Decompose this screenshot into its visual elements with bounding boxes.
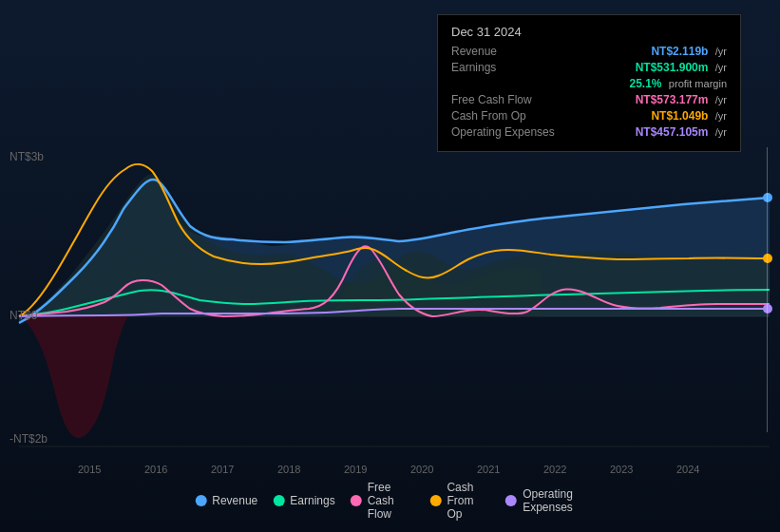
tooltip-value-cfo: NT$1.049b /yr xyxy=(651,109,727,123)
legend-label-earnings: Earnings xyxy=(290,494,334,507)
tooltip-row-cfo: Cash From Op NT$1.049b /yr xyxy=(451,109,727,123)
tooltip-row-earnings: Earnings NT$531.900m /yr xyxy=(451,61,727,74)
legend-dot-cfo xyxy=(429,495,441,506)
legend-dot-earnings xyxy=(273,495,284,506)
tooltip-value-fcf: NT$573.177m /yr xyxy=(636,93,727,106)
svg-point-2 xyxy=(763,193,772,202)
x-label-2019: 2019 xyxy=(344,464,367,475)
tooltip-box: Dec 31 2024 Revenue NT$2.119b /yr Earnin… xyxy=(437,14,741,152)
y-label-bot: -NT$2b xyxy=(10,432,48,446)
y-label-top: NT$3b xyxy=(10,150,44,163)
tooltip-label-revenue: Revenue xyxy=(451,45,497,58)
legend-item-earnings[interactable]: Earnings xyxy=(273,494,334,507)
legend-dot-fcf xyxy=(351,495,362,506)
legend-item-revenue[interactable]: Revenue xyxy=(195,494,257,507)
x-label-2021: 2021 xyxy=(477,464,500,475)
x-label-2024: 2024 xyxy=(676,464,699,475)
tooltip-value-margin: 25.1% profit margin xyxy=(630,77,728,90)
tooltip-label-fcf: Free Cash Flow xyxy=(451,93,532,106)
x-label-2016: 2016 xyxy=(144,464,167,475)
legend: Revenue Earnings Free Cash Flow Cash Fro… xyxy=(195,481,585,521)
legend-label-revenue: Revenue xyxy=(212,494,257,507)
x-label-2015: 2015 xyxy=(78,464,101,475)
legend-dot-opex xyxy=(505,495,517,506)
x-label-2020: 2020 xyxy=(410,464,433,475)
legend-item-opex[interactable]: Operating Expenses xyxy=(505,487,585,514)
legend-dot-revenue xyxy=(195,495,206,506)
legend-label-fcf: Free Cash Flow xyxy=(368,481,415,521)
tooltip-row-fcf: Free Cash Flow NT$573.177m /yr xyxy=(451,93,727,106)
tooltip-date: Dec 31 2024 xyxy=(451,25,727,39)
x-label-2022: 2022 xyxy=(543,464,566,475)
legend-item-fcf[interactable]: Free Cash Flow xyxy=(351,481,415,521)
tooltip-value-opex: NT$457.105m /yr xyxy=(636,125,727,139)
tooltip-label-opex: Operating Expenses xyxy=(451,125,555,139)
cursor-line xyxy=(767,147,768,432)
tooltip-row-margin: 25.1% profit margin xyxy=(451,77,727,90)
chart-container: NT$3b NT$0 -NT$2b 2015 2016 2017 2018 20… xyxy=(0,0,780,532)
y-label-mid: NT$0 xyxy=(10,309,37,322)
tooltip-value-revenue: NT$2.119b /yr xyxy=(651,45,727,58)
tooltip-label-cfo: Cash From Op xyxy=(451,109,526,123)
tooltip-row-opex: Operating Expenses NT$457.105m /yr xyxy=(451,125,727,139)
tooltip-label-earnings: Earnings xyxy=(451,61,496,74)
legend-label-cfo: Cash From Op xyxy=(447,481,490,521)
x-label-2023: 2023 xyxy=(610,464,633,475)
svg-point-4 xyxy=(763,304,772,314)
svg-point-3 xyxy=(763,254,772,263)
tooltip-value-earnings: NT$531.900m /yr xyxy=(636,61,727,74)
x-label-2017: 2017 xyxy=(211,464,234,475)
legend-label-opex: Operating Expenses xyxy=(523,487,585,514)
tooltip-row-revenue: Revenue NT$2.119b /yr xyxy=(451,45,727,58)
x-label-2018: 2018 xyxy=(277,464,300,475)
legend-item-cfo[interactable]: Cash From Op xyxy=(429,481,490,521)
